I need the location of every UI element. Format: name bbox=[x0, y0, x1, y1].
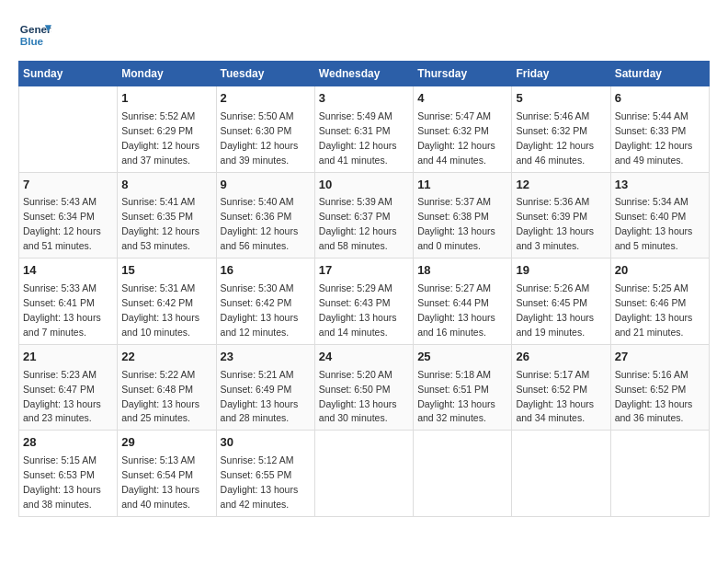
day-number: 12 bbox=[516, 177, 606, 194]
weekday-header: Monday bbox=[118, 62, 216, 86]
calendar-cell bbox=[19, 86, 118, 173]
day-info: Sunrise: 5:43 AMSunset: 6:34 PMDaylight:… bbox=[23, 196, 101, 251]
day-info: Sunrise: 5:22 AMSunset: 6:48 PMDaylight:… bbox=[121, 369, 199, 424]
calendar-cell: 30Sunrise: 5:12 AMSunset: 6:55 PMDayligh… bbox=[216, 431, 314, 517]
day-number: 13 bbox=[615, 177, 705, 194]
day-number: 4 bbox=[417, 90, 507, 108]
calendar-cell: 1Sunrise: 5:52 AMSunset: 6:29 PMDaylight… bbox=[118, 86, 216, 173]
calendar-cell: 7Sunrise: 5:43 AMSunset: 6:34 PMDaylight… bbox=[19, 172, 118, 259]
weekday-row: SundayMondayTuesdayWednesdayThursdayFrid… bbox=[19, 62, 710, 86]
calendar-cell: 20Sunrise: 5:25 AMSunset: 6:46 PMDayligh… bbox=[610, 259, 709, 345]
day-info: Sunrise: 5:50 AMSunset: 6:30 PMDaylight:… bbox=[221, 110, 299, 166]
day-info: Sunrise: 5:23 AMSunset: 6:47 PMDaylight:… bbox=[23, 369, 101, 424]
day-info: Sunrise: 5:17 AMSunset: 6:52 PMDaylight:… bbox=[516, 369, 594, 424]
day-number: 23 bbox=[221, 349, 311, 366]
calendar-cell: 29Sunrise: 5:13 AMSunset: 6:54 PMDayligh… bbox=[118, 431, 216, 517]
day-info: Sunrise: 5:16 AMSunset: 6:52 PMDaylight:… bbox=[615, 369, 693, 424]
day-number: 21 bbox=[23, 349, 113, 366]
weekday-header: Thursday bbox=[414, 62, 512, 86]
calendar-cell bbox=[512, 431, 610, 517]
day-number: 26 bbox=[516, 349, 606, 366]
weekday-header: Friday bbox=[512, 62, 610, 86]
calendar-cell: 23Sunrise: 5:21 AMSunset: 6:49 PMDayligh… bbox=[216, 344, 314, 431]
day-info: Sunrise: 5:52 AMSunset: 6:29 PMDaylight:… bbox=[121, 110, 199, 166]
calendar-cell: 18Sunrise: 5:27 AMSunset: 6:44 PMDayligh… bbox=[414, 259, 512, 345]
calendar-cell: 6Sunrise: 5:44 AMSunset: 6:33 PMDaylight… bbox=[610, 86, 709, 173]
calendar-cell: 12Sunrise: 5:36 AMSunset: 6:39 PMDayligh… bbox=[512, 172, 610, 259]
day-number: 14 bbox=[23, 262, 113, 280]
calendar-week-row: 28Sunrise: 5:15 AMSunset: 6:53 PMDayligh… bbox=[19, 431, 710, 517]
calendar-cell: 10Sunrise: 5:39 AMSunset: 6:37 PMDayligh… bbox=[314, 172, 413, 259]
calendar-week-row: 21Sunrise: 5:23 AMSunset: 6:47 PMDayligh… bbox=[19, 344, 710, 431]
weekday-header: Wednesday bbox=[314, 62, 413, 86]
day-info: Sunrise: 5:12 AMSunset: 6:55 PMDaylight:… bbox=[221, 454, 299, 510]
weekday-header: Sunday bbox=[19, 62, 118, 86]
day-number: 24 bbox=[319, 349, 409, 366]
day-number: 10 bbox=[319, 177, 409, 194]
day-number: 8 bbox=[121, 177, 211, 194]
day-number: 30 bbox=[221, 434, 311, 452]
day-number: 6 bbox=[615, 90, 705, 108]
day-number: 5 bbox=[516, 90, 606, 108]
calendar-cell: 4Sunrise: 5:47 AMSunset: 6:32 PMDaylight… bbox=[414, 86, 512, 173]
day-info: Sunrise: 5:41 AMSunset: 6:35 PMDaylight:… bbox=[121, 196, 199, 251]
calendar-cell: 5Sunrise: 5:46 AMSunset: 6:32 PMDaylight… bbox=[512, 86, 610, 173]
day-info: Sunrise: 5:25 AMSunset: 6:46 PMDaylight:… bbox=[615, 282, 693, 338]
day-info: Sunrise: 5:21 AMSunset: 6:49 PMDaylight:… bbox=[221, 369, 299, 424]
day-number: 3 bbox=[319, 90, 409, 108]
day-info: Sunrise: 5:20 AMSunset: 6:50 PMDaylight:… bbox=[319, 369, 397, 424]
day-info: Sunrise: 5:26 AMSunset: 6:45 PMDaylight:… bbox=[516, 282, 594, 338]
day-number: 9 bbox=[221, 177, 311, 194]
calendar-cell bbox=[314, 431, 413, 517]
day-info: Sunrise: 5:46 AMSunset: 6:32 PMDaylight:… bbox=[516, 110, 594, 166]
calendar-body: 1Sunrise: 5:52 AMSunset: 6:29 PMDaylight… bbox=[19, 86, 710, 517]
day-number: 20 bbox=[615, 262, 705, 280]
calendar-cell: 15Sunrise: 5:31 AMSunset: 6:42 PMDayligh… bbox=[118, 259, 216, 345]
day-info: Sunrise: 5:49 AMSunset: 6:31 PMDaylight:… bbox=[319, 110, 397, 166]
calendar-cell: 28Sunrise: 5:15 AMSunset: 6:53 PMDayligh… bbox=[19, 431, 118, 517]
day-number: 25 bbox=[417, 349, 507, 366]
calendar-cell bbox=[610, 431, 709, 517]
day-info: Sunrise: 5:13 AMSunset: 6:54 PMDaylight:… bbox=[121, 454, 199, 510]
day-number: 22 bbox=[121, 349, 211, 366]
calendar-header: SundayMondayTuesdayWednesdayThursdayFrid… bbox=[19, 62, 710, 86]
day-number: 16 bbox=[221, 262, 311, 280]
calendar-cell: 13Sunrise: 5:34 AMSunset: 6:40 PMDayligh… bbox=[610, 172, 709, 259]
day-info: Sunrise: 5:29 AMSunset: 6:43 PMDaylight:… bbox=[319, 282, 397, 338]
logo-icon: General Blue bbox=[18, 18, 51, 52]
day-info: Sunrise: 5:15 AMSunset: 6:53 PMDaylight:… bbox=[23, 454, 101, 510]
calendar-cell: 27Sunrise: 5:16 AMSunset: 6:52 PMDayligh… bbox=[610, 344, 709, 431]
day-number: 15 bbox=[121, 262, 211, 280]
calendar-cell: 21Sunrise: 5:23 AMSunset: 6:47 PMDayligh… bbox=[19, 344, 118, 431]
day-info: Sunrise: 5:37 AMSunset: 6:38 PMDaylight:… bbox=[417, 196, 495, 251]
calendar-cell: 11Sunrise: 5:37 AMSunset: 6:38 PMDayligh… bbox=[414, 172, 512, 259]
calendar-cell: 2Sunrise: 5:50 AMSunset: 6:30 PMDaylight… bbox=[216, 86, 314, 173]
day-info: Sunrise: 5:33 AMSunset: 6:41 PMDaylight:… bbox=[23, 282, 101, 338]
day-number: 19 bbox=[516, 262, 606, 280]
calendar-cell: 26Sunrise: 5:17 AMSunset: 6:52 PMDayligh… bbox=[512, 344, 610, 431]
day-number: 28 bbox=[23, 434, 113, 452]
calendar-table: SundayMondayTuesdayWednesdayThursdayFrid… bbox=[18, 61, 710, 517]
calendar-week-row: 7Sunrise: 5:43 AMSunset: 6:34 PMDaylight… bbox=[19, 172, 710, 259]
weekday-header: Saturday bbox=[610, 62, 709, 86]
calendar-cell: 14Sunrise: 5:33 AMSunset: 6:41 PMDayligh… bbox=[19, 259, 118, 345]
day-info: Sunrise: 5:36 AMSunset: 6:39 PMDaylight:… bbox=[516, 196, 594, 251]
day-info: Sunrise: 5:39 AMSunset: 6:37 PMDaylight:… bbox=[319, 196, 397, 251]
calendar-cell: 24Sunrise: 5:20 AMSunset: 6:50 PMDayligh… bbox=[314, 344, 413, 431]
calendar-cell: 16Sunrise: 5:30 AMSunset: 6:42 PMDayligh… bbox=[216, 259, 314, 345]
day-number: 2 bbox=[221, 90, 311, 108]
weekday-header: Tuesday bbox=[216, 62, 314, 86]
calendar-week-row: 14Sunrise: 5:33 AMSunset: 6:41 PMDayligh… bbox=[19, 259, 710, 345]
day-info: Sunrise: 5:34 AMSunset: 6:40 PMDaylight:… bbox=[615, 196, 693, 251]
calendar-cell: 19Sunrise: 5:26 AMSunset: 6:45 PMDayligh… bbox=[512, 259, 610, 345]
day-info: Sunrise: 5:27 AMSunset: 6:44 PMDaylight:… bbox=[417, 282, 495, 338]
day-number: 18 bbox=[417, 262, 507, 280]
calendar-cell bbox=[414, 431, 512, 517]
calendar-cell: 3Sunrise: 5:49 AMSunset: 6:31 PMDaylight… bbox=[314, 86, 413, 173]
day-info: Sunrise: 5:31 AMSunset: 6:42 PMDaylight:… bbox=[121, 282, 199, 338]
day-info: Sunrise: 5:40 AMSunset: 6:36 PMDaylight:… bbox=[221, 196, 299, 251]
day-number: 11 bbox=[417, 177, 507, 194]
day-info: Sunrise: 5:18 AMSunset: 6:51 PMDaylight:… bbox=[417, 369, 495, 424]
calendar-cell: 9Sunrise: 5:40 AMSunset: 6:36 PMDaylight… bbox=[216, 172, 314, 259]
day-number: 1 bbox=[121, 90, 211, 108]
